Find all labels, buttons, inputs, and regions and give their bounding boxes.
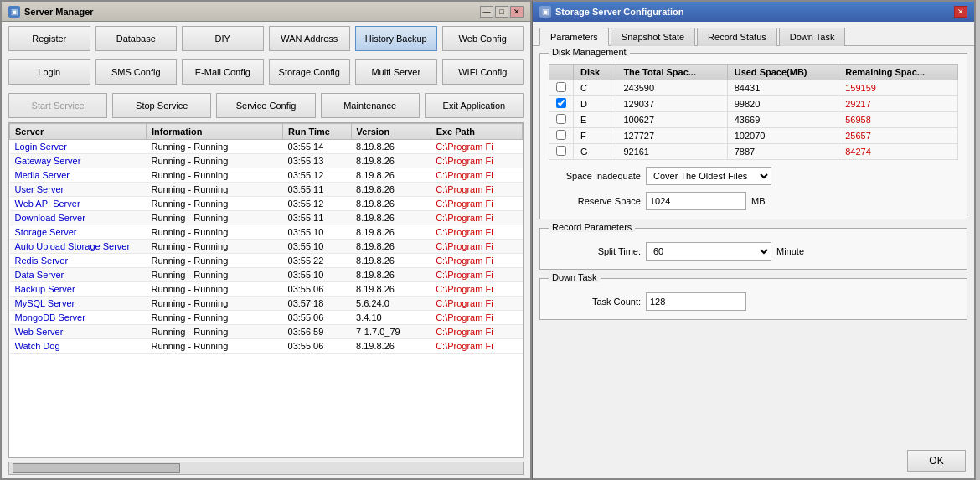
ok-button[interactable]: OK: [907, 450, 966, 472]
server-name: Web Server: [10, 325, 147, 339]
stop-service-button[interactable]: Stop Service: [112, 93, 211, 118]
table-row[interactable]: User Server Running - Running 03:55:11 8…: [10, 183, 523, 197]
server-version: 8.19.8.26: [351, 225, 431, 240]
server-version: 7-1.7.0_79: [351, 325, 431, 339]
storage-config-window: ▣ Storage Server Configuration ✕ Paramet…: [532, 0, 976, 480]
table-row[interactable]: MySQL Server Running - Running 03:57:18 …: [10, 297, 523, 311]
space-inadequate-select[interactable]: Cover The Oldest FilesStop Recording: [646, 167, 771, 185]
disk-letter: E: [574, 112, 616, 128]
table-row[interactable]: Auto Upload Storage Server Running - Run…: [10, 240, 523, 254]
disk-checkbox-cell[interactable]: [549, 80, 574, 96]
server-info: Running - Running: [147, 183, 283, 197]
reserve-space-input[interactable]: [646, 192, 746, 210]
storage-close-button[interactable]: ✕: [954, 6, 967, 18]
tab-content: Disk Management Disk The Total Spac... U…: [533, 45, 974, 445]
server-name: Login Server: [10, 140, 147, 154]
table-row[interactable]: Storage Server Running - Running 03:55:1…: [10, 225, 523, 240]
wifi-config-button[interactable]: WIFI Config: [442, 59, 524, 85]
table-row[interactable]: Data Server Running - Running 03:55:10 8…: [10, 268, 523, 282]
server-path: C:\Program Fi: [431, 183, 522, 197]
horizontal-scrollbar[interactable]: [8, 462, 524, 475]
close-button[interactable]: ✕: [510, 6, 524, 18]
server-info: Running - Running: [147, 282, 283, 297]
tab-snapshot-state[interactable]: Snapshot State: [611, 28, 695, 46]
server-path: C:\Program Fi: [431, 325, 522, 339]
service-config-button[interactable]: Service Config: [216, 93, 315, 118]
disk-checkbox-cell[interactable]: [549, 96, 574, 112]
wan-address-button[interactable]: WAN Address: [269, 26, 351, 51]
table-row[interactable]: Redis Server Running - Running 03:55:22 …: [10, 254, 523, 268]
table-row[interactable]: Web Server Running - Running 03:56:59 7-…: [10, 325, 523, 339]
disk-checkbox-cell[interactable]: [549, 128, 574, 144]
disk-row[interactable]: F 127727 102070 25657: [549, 128, 958, 144]
maximize-button[interactable]: □: [495, 6, 508, 18]
table-row[interactable]: Web API Server Running - Running 03:55:1…: [10, 197, 523, 211]
disk-checkbox-cell[interactable]: [549, 112, 574, 128]
server-path: C:\Program Fi: [431, 225, 522, 240]
split-time-label: Split Time:: [549, 246, 641, 256]
maintenance-button[interactable]: Maintenance: [321, 93, 420, 118]
start-service-button[interactable]: Start Service: [8, 93, 107, 118]
disk-row[interactable]: D 129037 99820 29217: [549, 96, 958, 112]
server-table-container[interactable]: Server Information Run Time Version Exe …: [8, 122, 524, 458]
disk-remaining: 29217: [838, 96, 958, 112]
login-button[interactable]: Login: [8, 59, 90, 85]
email-config-button[interactable]: E-Mail Config: [182, 59, 264, 85]
web-config-button[interactable]: Web Config: [442, 26, 524, 51]
minimize-button[interactable]: —: [480, 6, 493, 18]
register-button[interactable]: Register: [8, 26, 90, 51]
diy-button[interactable]: DIY: [182, 26, 264, 51]
disk-row[interactable]: C 243590 84431 159159: [549, 80, 958, 96]
table-row[interactable]: Download Server Running - Running 03:55:…: [10, 211, 523, 225]
multi-server-button[interactable]: Multi Server: [355, 59, 437, 85]
disk-used: 99820: [727, 96, 838, 112]
server-version: 8.19.8.26: [351, 154, 431, 168]
disk-row[interactable]: G 92161 7887 84274: [549, 144, 958, 160]
history-backup-button[interactable]: History Backup: [355, 26, 437, 51]
database-button[interactable]: Database: [95, 26, 178, 51]
tab-parameters[interactable]: Parameters: [539, 28, 609, 46]
server-name: Redis Server: [10, 254, 147, 268]
space-inadequate-label: Space Inadequate: [549, 171, 641, 181]
server-name: Web API Server: [10, 197, 147, 211]
col-header-path: Exe Path: [431, 124, 522, 140]
table-row[interactable]: Gateway Server Running - Running 03:55:1…: [10, 154, 523, 168]
table-row[interactable]: Watch Dog Running - Running 03:55:06 8.1…: [10, 339, 523, 354]
disk-checkbox[interactable]: [556, 114, 566, 124]
disk-table: Disk The Total Spac... Used Space(MB) Re…: [549, 64, 958, 160]
server-version: 8.19.8.26: [351, 282, 431, 297]
server-info: Running - Running: [147, 168, 283, 183]
storage-titlebar: ▣ Storage Server Configuration ✕: [533, 2, 974, 22]
disk-checkbox[interactable]: [556, 146, 566, 156]
server-name: Backup Server: [10, 282, 147, 297]
server-runtime: 03:55:06: [283, 282, 352, 297]
tab-down-task[interactable]: Down Task: [779, 28, 846, 46]
server-manager-title: Server Manager: [24, 7, 94, 17]
table-row[interactable]: MongoDB Server Running - Running 03:55:0…: [10, 311, 523, 325]
disk-letter: D: [574, 96, 616, 112]
split-time-select[interactable]: 306090120: [646, 242, 771, 261]
col-header-server: Server: [10, 124, 147, 140]
server-name: Storage Server: [10, 225, 147, 240]
server-path: C:\Program Fi: [431, 154, 522, 168]
record-parameters-label: Record Parameters: [549, 222, 635, 232]
task-count-input[interactable]: [646, 292, 746, 311]
disk-letter: C: [574, 80, 616, 96]
table-row[interactable]: Backup Server Running - Running 03:55:06…: [10, 282, 523, 297]
server-version: 8.19.8.26: [351, 140, 431, 154]
disk-row[interactable]: E 100627 43669 56958: [549, 112, 958, 128]
scrollbar-thumb[interactable]: [13, 463, 180, 473]
exit-app-button[interactable]: Exit Application: [425, 93, 524, 118]
server-version: 3.4.10: [351, 311, 431, 325]
tab-record-status[interactable]: Record Status: [697, 28, 777, 46]
server-table: Server Information Run Time Version Exe …: [9, 123, 523, 354]
table-row[interactable]: Login Server Running - Running 03:55:14 …: [10, 140, 523, 154]
disk-checkbox[interactable]: [556, 130, 566, 140]
sms-config-button[interactable]: SMS Config: [95, 59, 178, 85]
server-runtime: 03:57:18: [283, 297, 352, 311]
table-row[interactable]: Media Server Running - Running 03:55:12 …: [10, 168, 523, 183]
storage-config-button[interactable]: Storage Config: [269, 59, 351, 85]
disk-checkbox[interactable]: [556, 82, 566, 92]
disk-checkbox[interactable]: [556, 98, 566, 108]
disk-checkbox-cell[interactable]: [549, 144, 574, 160]
